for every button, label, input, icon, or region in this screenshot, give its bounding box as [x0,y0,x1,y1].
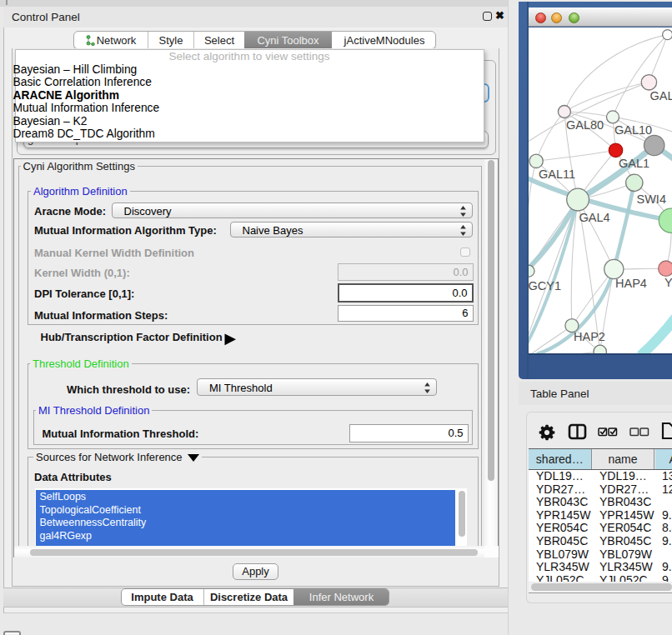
svg-text:SWI4: SWI4 [637,192,666,206]
svg-text:GAL1: GAL1 [619,157,649,170]
svg-text:GAL4: GAL4 [579,211,610,224]
svg-text:GAL10: GAL10 [614,123,652,137]
svg-text:Y: Y [664,276,672,289]
svg-text:GAL7: GAL7 [650,89,672,102]
svg-text:HAP2: HAP2 [574,330,605,343]
svg-text:GAL11: GAL11 [539,168,575,181]
svg-text:GAL80: GAL80 [566,118,604,132]
svg-text:GCY1: GCY1 [529,279,561,292]
svg-text:HAP4: HAP4 [615,277,647,290]
